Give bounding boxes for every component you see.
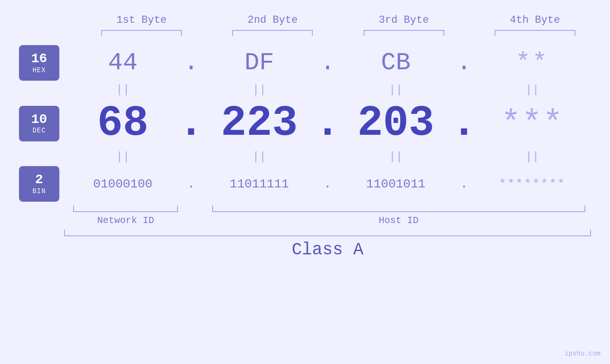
dec-badge-label: DEC <box>32 127 46 134</box>
class-label: Class A <box>64 240 591 260</box>
bin-dot-1: . <box>188 177 195 191</box>
bin-dot-2: . <box>324 177 331 191</box>
eq1-4: || <box>474 81 591 99</box>
hex-badge-label: HEX <box>32 66 46 74</box>
class-section: Class A <box>19 230 591 260</box>
bin-val-2: 11011111 <box>230 177 289 191</box>
dec-values: 68 . 223 . 203 . *** <box>64 99 591 148</box>
bracket-byte2 <box>232 30 313 36</box>
dec-dot-3: . <box>451 99 477 148</box>
eq1-2: || <box>201 81 319 99</box>
class-bracket <box>64 230 591 236</box>
byte2-header: 2nd Byte <box>216 14 328 26</box>
top-brackets <box>19 30 591 36</box>
hex-dot-2: . <box>320 49 335 77</box>
dec-val-4: *** <box>501 105 563 142</box>
hex-dot-1: . <box>184 49 198 77</box>
dec-badge-number: 10 <box>31 112 47 127</box>
hex-row: 16 HEX 44 . DF . CB . ** <box>19 45 591 81</box>
byte3-header: 3rd Byte <box>348 14 460 26</box>
byte1-header: 1st Byte <box>85 14 197 26</box>
dec-dot-1: . <box>178 99 204 148</box>
hex-val-1: 44 <box>108 49 138 77</box>
host-id-bracket <box>212 205 585 212</box>
dec-dot-2: . <box>315 99 340 148</box>
hex-badge-number: 16 <box>31 52 47 66</box>
network-id-label: Network ID <box>97 215 154 226</box>
byte-headers: 1st Byte 2nd Byte 3rd Byte 4th Byte <box>19 14 591 26</box>
watermark: ipshu.com <box>564 350 601 357</box>
bin-values: 01000100 . 11011111 . 11001011 . *******… <box>64 177 591 191</box>
hex-val-4: ** <box>516 49 549 77</box>
hex-val-3: CB <box>381 49 411 77</box>
bin-badge: 2 BIN <box>19 166 59 202</box>
eq1-3: || <box>337 81 455 99</box>
bracket-byte3 <box>364 30 444 36</box>
bin-val-3: 11001011 <box>366 177 425 191</box>
hex-badge: 16 HEX <box>19 45 59 81</box>
eq1-1: || <box>64 81 182 99</box>
bin-dot-3: . <box>460 177 468 191</box>
dec-val-2: 223 <box>221 99 298 148</box>
equals-row-2: || || || || <box>19 148 591 166</box>
bracket-byte1 <box>101 30 182 36</box>
eq2-2: || <box>201 148 319 166</box>
eq2-1: || <box>64 148 182 166</box>
bin-val-4: ******** <box>499 177 566 191</box>
bin-row: 2 BIN 01000100 . 11011111 . 11001011 . <box>19 166 591 202</box>
bin-val-1: 01000100 <box>93 177 152 191</box>
id-brackets-row: Network ID Host ID <box>19 205 591 226</box>
bin-badge-label: BIN <box>32 187 46 195</box>
dec-val-3: 203 <box>357 99 434 148</box>
eq2-4: || <box>474 148 591 166</box>
network-id-bracket <box>73 205 178 212</box>
equals-row-1: || || || || <box>19 81 591 99</box>
dec-row: 10 DEC 68 . 223 . 203 . *** <box>19 99 591 148</box>
byte4-header: 4th Byte <box>479 14 591 26</box>
hex-dot-3: . <box>457 49 471 77</box>
hex-values: 44 . DF . CB . ** <box>64 49 591 77</box>
bracket-byte4 <box>495 30 575 36</box>
eq2-3: || <box>337 148 455 166</box>
network-id-section: Network ID <box>64 205 188 226</box>
host-id-label: Host ID <box>379 215 419 226</box>
hex-val-2: DF <box>244 49 274 77</box>
main-container: 1st Byte 2nd Byte 3rd Byte 4th Byte 16 H… <box>0 0 610 364</box>
host-id-section: Host ID <box>206 205 591 226</box>
dec-badge: 10 DEC <box>19 106 59 141</box>
bin-badge-number: 2 <box>35 173 43 187</box>
dec-val-1: 68 <box>97 99 149 148</box>
